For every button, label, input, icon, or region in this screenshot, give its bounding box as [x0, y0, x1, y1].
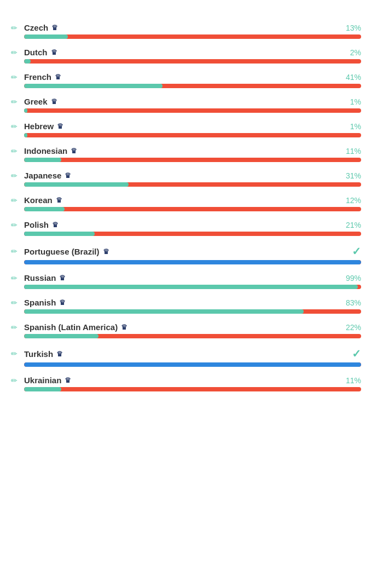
translated-value: 12% — [334, 196, 361, 205]
progress-bar — [24, 59, 361, 64]
list-item: ✏Russian ♛99% — [0, 270, 383, 289]
bar-fill — [24, 34, 68, 39]
crown-icon: ♛ — [59, 298, 66, 307]
bar-fill — [24, 84, 163, 88]
edit-icon[interactable]: ✏ — [11, 376, 24, 385]
progress-bar — [24, 232, 361, 236]
edit-icon[interactable]: ✏ — [11, 73, 24, 82]
list-item: ✏Spanish (Latin America) ♛22% — [0, 319, 383, 338]
translated-value: 22% — [334, 323, 361, 332]
language-list: ✏Czech ♛13%✏Dutch ♛2%✏French ♛41%✏Greek … — [0, 20, 383, 397]
language-row: ✏Portuguese (Brazil) ♛✓ — [0, 241, 372, 260]
translated-value: ✓ — [352, 245, 361, 258]
crown-icon: ♛ — [103, 247, 109, 256]
progress-bar — [24, 334, 361, 338]
list-item: ✏Spanish ♛83% — [0, 295, 383, 314]
translated-value: 21% — [334, 221, 361, 229]
edit-icon[interactable]: ✏ — [11, 122, 24, 131]
list-item: ✏Ukrainian ♛11% — [0, 372, 383, 391]
edit-icon[interactable]: ✏ — [11, 221, 24, 229]
language-row: ✏Greek ♛1% — [0, 94, 372, 108]
edit-icon[interactable]: ✏ — [11, 97, 24, 106]
language-name: Hebrew ♛ — [24, 122, 334, 131]
crown-icon: ♛ — [59, 274, 66, 282]
list-item: ✏Dutch ♛2% — [0, 44, 383, 64]
crown-icon: ♛ — [57, 122, 63, 130]
edit-icon[interactable]: ✏ — [11, 24, 24, 32]
language-row: ✏French ♛41% — [0, 69, 372, 84]
crown-icon: ♛ — [121, 323, 127, 331]
progress-bar — [24, 309, 361, 314]
edit-icon[interactable]: ✏ — [11, 323, 24, 332]
progress-bar — [24, 285, 361, 289]
bar-fill — [24, 309, 304, 314]
progress-bar — [24, 108, 361, 113]
list-item: ✏Czech ♛13% — [0, 20, 383, 39]
progress-bar — [24, 260, 361, 264]
edit-icon[interactable]: ✏ — [11, 274, 24, 283]
language-name: Turkish ♛ — [24, 349, 352, 359]
crown-icon: ♛ — [65, 376, 71, 384]
translated-value: ✓ — [352, 347, 361, 360]
language-name: Dutch ♛ — [24, 48, 334, 57]
language-name: Russian ♛ — [24, 273, 334, 283]
list-item: ✏Polish ♛21% — [0, 217, 383, 236]
crown-icon: ♛ — [56, 350, 63, 358]
list-item: ✏Turkish ♛✓ — [0, 344, 383, 367]
translated-value: 1% — [334, 122, 361, 131]
bar-fill — [24, 207, 65, 211]
progress-bar — [24, 133, 361, 137]
edit-icon[interactable]: ✏ — [11, 247, 24, 256]
language-row: ✏Spanish (Latin America) ♛22% — [0, 319, 372, 334]
bar-fill — [24, 362, 361, 367]
edit-icon[interactable]: ✏ — [11, 298, 24, 307]
translated-value: 13% — [334, 24, 361, 32]
list-item: ✏Portuguese (Brazil) ♛✓ — [0, 241, 383, 264]
language-name: Spanish (Latin America) ♛ — [24, 322, 334, 332]
translated-value: 11% — [334, 147, 361, 155]
edit-icon[interactable]: ✏ — [11, 196, 24, 205]
progress-bar — [24, 158, 361, 162]
language-name: Portuguese (Brazil) ♛ — [24, 247, 352, 256]
edit-icon[interactable]: ✏ — [11, 349, 24, 358]
translated-value: 41% — [334, 73, 361, 82]
list-item: ✏Hebrew ♛1% — [0, 118, 383, 137]
progress-bar — [24, 34, 361, 39]
language-name: Japanese ♛ — [24, 171, 334, 180]
list-item: ✏Indonesian ♛11% — [0, 143, 383, 162]
bar-fill — [24, 108, 27, 113]
edit-icon[interactable]: ✏ — [11, 48, 24, 57]
language-row: ✏Ukrainian ♛11% — [0, 372, 372, 387]
crown-icon: ♛ — [51, 24, 58, 32]
bar-fill — [24, 260, 361, 264]
translated-value: 11% — [334, 376, 361, 385]
language-row: ✏Hebrew ♛1% — [0, 118, 372, 133]
crown-icon: ♛ — [55, 73, 61, 81]
crown-icon: ♛ — [71, 147, 77, 155]
list-item: ✏Japanese ♛31% — [0, 168, 383, 187]
language-row: ✏Czech ♛13% — [0, 20, 372, 34]
translated-value: 31% — [334, 171, 361, 180]
edit-icon[interactable]: ✏ — [11, 171, 24, 180]
language-name: Ukrainian ♛ — [24, 376, 334, 385]
language-row: ✏Japanese ♛31% — [0, 168, 372, 182]
language-row: ✏Russian ♛99% — [0, 270, 372, 285]
bar-fill — [24, 387, 61, 391]
language-name: Greek ♛ — [24, 97, 334, 106]
bar-fill — [24, 182, 129, 187]
language-name: Polish ♛ — [24, 220, 334, 229]
bar-fill — [24, 334, 98, 338]
translated-value: 1% — [334, 97, 361, 106]
language-name: Korean ♛ — [24, 195, 334, 205]
bar-fill — [24, 59, 31, 64]
crown-icon: ♛ — [56, 196, 62, 204]
language-row: ✏Korean ♛12% — [0, 192, 372, 207]
crown-icon: ♛ — [65, 171, 71, 180]
crown-icon: ♛ — [52, 221, 59, 229]
progress-bar — [24, 84, 361, 88]
list-item: ✏Korean ♛12% — [0, 192, 383, 211]
edit-icon[interactable]: ✏ — [11, 147, 24, 155]
list-item: ✏Greek ♛1% — [0, 94, 383, 113]
progress-bar — [24, 182, 361, 187]
language-row: ✏Spanish ♛83% — [0, 295, 372, 309]
